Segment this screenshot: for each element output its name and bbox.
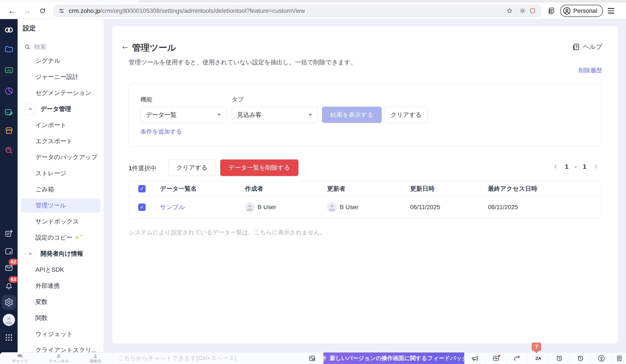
feedback-button[interactable]: 新しいバージョンの操作画面に関するフィードバック	[323, 353, 464, 364]
sidebar-group-data-management[interactable]: データ管理	[18, 101, 104, 117]
admin-tools-card: ← 管理ツール ヘルプ 管理ツールを使用すると、使用されていない設定を抽出し、一…	[112, 26, 618, 344]
row-checkbox[interactable]: ✓	[138, 204, 146, 211]
apps-grid-icon[interactable]	[4, 332, 14, 342]
chat-bubble-icon	[17, 353, 23, 359]
column-header-view-name[interactable]: データ一覧名	[151, 184, 235, 193]
sidebar-item-widgets[interactable]: ウィジェット	[18, 326, 104, 342]
main-area: ← 管理ツール ヘルプ 管理ツールを使用すると、使用されていない設定を抽出し、一…	[104, 19, 626, 364]
collapse-chevron-icon[interactable]	[25, 104, 36, 114]
column-header-created-by[interactable]: 作成者	[235, 184, 318, 193]
notification-dot	[498, 355, 500, 357]
calendar-icon[interactable]	[4, 246, 14, 256]
column-header-modified-date[interactable]: 更新日時	[401, 184, 479, 193]
column-header-last-accessed[interactable]: 最終アクセス日時	[479, 184, 601, 193]
reload-button[interactable]	[35, 7, 50, 14]
reports-pie-icon[interactable]	[4, 86, 14, 96]
settings-gear-icon[interactable]	[2, 295, 16, 309]
redo-arrow-icon[interactable]	[507, 353, 528, 364]
clear-selection-button[interactable]: クリアする	[168, 159, 215, 176]
announcements-megaphone-icon[interactable]	[464, 353, 485, 364]
clipboard-icon[interactable]	[612, 353, 626, 364]
mail-icon[interactable]: 62	[4, 263, 14, 273]
url-text[interactable]: crm.zoho.jp/crm/org90000105308/settings/…	[69, 7, 506, 14]
back-arrow-icon[interactable]: ←	[121, 41, 130, 51]
notifications-badge: 63	[9, 276, 18, 283]
help-link[interactable]: ヘルプ	[572, 42, 602, 51]
sidebar-item-admin-tools[interactable]: 管理ツール	[18, 197, 104, 214]
sidebar-item-backup[interactable]: データのバックアップ	[18, 149, 104, 165]
sidebar-item-variables[interactable]: 変数	[18, 294, 104, 310]
tab-dropdown[interactable]: 見込み客	[232, 107, 317, 123]
sidebar-item-integrations[interactable]: 外部連携	[18, 278, 104, 294]
clear-filter-button[interactable]: クリアする	[384, 107, 428, 123]
feature-label: 機能	[140, 96, 152, 103]
sidebar-item-journey[interactable]: ジャーニー設計	[18, 69, 104, 85]
zia-search-icon[interactable]	[4, 145, 14, 155]
column-header-modified-by[interactable]: 更新者	[318, 184, 401, 193]
sidebar-item-import[interactable]: インポート	[18, 117, 104, 133]
reader-brightness-icon[interactable]	[519, 7, 526, 14]
sparkle-icon: ✦	[75, 234, 79, 241]
show-results-button[interactable]: 結果を表示する	[322, 107, 382, 123]
history-icon[interactable]	[570, 353, 591, 364]
last-accessed-cell: 06/11/2025	[479, 204, 601, 211]
collapse-chevron-icon[interactable]	[25, 249, 36, 259]
sidebar-item-functions[interactable]: 関数	[18, 310, 104, 326]
tab-channels[interactable]: チャンネル	[49, 353, 69, 363]
notifications-bell-icon[interactable]: 63	[4, 281, 14, 291]
help-label: ヘルプ	[583, 42, 602, 51]
url-bar[interactable]: crm.zoho.jp/crm/org90000105308/settings/…	[53, 4, 541, 17]
feature-dropdown[interactable]: データ一覧	[140, 107, 226, 123]
reload-icon	[39, 7, 46, 14]
files-icon[interactable]	[4, 44, 14, 54]
sidebar-nav: シグナル ジャーニー設計 セグメンテーション データ管理 インポート エクスポー…	[18, 53, 104, 358]
sidebar-group-developer[interactable]: 開発者向け情報	[18, 246, 104, 262]
modified-by-cell: B User	[327, 202, 358, 212]
chat-input[interactable]	[118, 355, 301, 362]
sidebar-search[interactable]	[24, 43, 88, 50]
browser-profile-button[interactable]: Personal	[560, 5, 603, 17]
sidebar-item-signals[interactable]: シグナル	[18, 53, 104, 69]
active-tab[interactable]	[0, 0, 139, 2]
quick-create-icon[interactable]	[4, 229, 14, 239]
delete-history-link[interactable]: 削除履歴	[579, 67, 602, 74]
prev-page-icon[interactable]	[552, 163, 559, 170]
sidebar-item-copy-settings[interactable]: 設定のコピー✦✦	[18, 230, 104, 246]
bookmark-star-icon[interactable]	[506, 7, 513, 14]
sidebar-item-sandbox[interactable]: サンドボックス	[18, 214, 104, 230]
url-actions	[506, 7, 536, 14]
tab-contacts[interactable]: 連絡先	[89, 353, 101, 363]
pulse-activity-icon[interactable]	[485, 353, 507, 364]
search-input[interactable]	[34, 43, 88, 50]
sidebar-item-export[interactable]: エクスポート	[18, 133, 104, 149]
user-avatar[interactable]	[3, 314, 15, 326]
delete-custom-views-button[interactable]: データ一覧を削除する	[220, 159, 298, 176]
back-button[interactable]: ←	[4, 6, 20, 15]
site-settings-icon[interactable]	[58, 8, 65, 14]
planner-icon[interactable]	[4, 107, 14, 117]
page-title: 管理ツール	[132, 42, 176, 54]
select-all-checkbox[interactable]: ✓	[138, 185, 146, 192]
marketplace-icon[interactable]	[4, 126, 14, 136]
page-subtitle: 管理ツールを使用すると、使用されていない設定を抽出し、一括で削除できます。	[129, 58, 356, 67]
sidebar-item-storage[interactable]: ストレージ	[18, 165, 104, 181]
sidebar-item-api-sdk[interactable]: APIとSDK	[18, 262, 104, 278]
zoho-logo-icon[interactable]	[4, 25, 14, 35]
filter-panel: 機能 データ一覧 タブ 見込み客 結果を表示する クリアする 条件を追加する	[129, 83, 602, 146]
add-condition-link[interactable]: 条件を追加する	[140, 128, 182, 136]
tab-label: タブ	[232, 96, 244, 103]
bottom-icon-group	[464, 353, 626, 364]
sidebar-item-recycle-bin[interactable]: ごみ箱	[18, 181, 104, 197]
forward-button[interactable]: →	[20, 6, 35, 15]
accessibility-icon[interactable]	[591, 353, 612, 364]
tab-chat[interactable]: チャット	[12, 353, 28, 363]
reminders-alarm-icon[interactable]	[548, 353, 570, 364]
shield-icon[interactable]	[529, 7, 536, 14]
next-page-icon[interactable]	[592, 163, 599, 170]
view-name-link[interactable]: サンプル	[160, 203, 185, 211]
sidebar-item-segmentation[interactable]: セグメンテーション	[18, 85, 104, 101]
browser-menu-icon[interactable]	[608, 8, 614, 13]
chat-input-area[interactable]	[114, 353, 301, 364]
notes-extension-icon[interactable]	[547, 7, 555, 15]
analytics-icon[interactable]	[4, 65, 14, 75]
